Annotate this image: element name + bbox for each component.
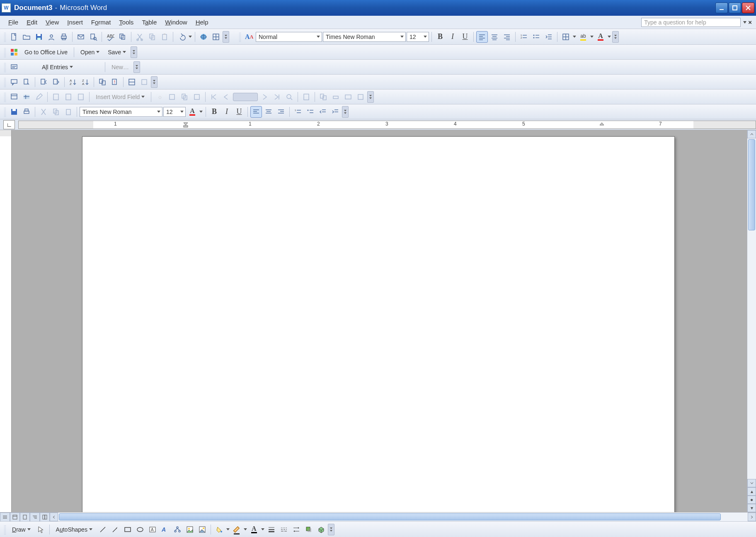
- fill-color-dropdown[interactable]: [226, 524, 230, 535]
- toolbar-grip-icon[interactable]: [3, 77, 6, 87]
- next-page-button[interactable]: ▾: [747, 504, 756, 512]
- diagram-button[interactable]: [172, 524, 183, 535]
- menu-edit[interactable]: Edit: [22, 18, 41, 27]
- toolbar-grip-icon[interactable]: [3, 92, 6, 102]
- view-merged-button[interactable]: 《》: [154, 91, 165, 103]
- reviewing-pane-button[interactable]: [126, 76, 138, 88]
- merge-to-fax-button[interactable]: [355, 91, 366, 103]
- oval-tool-button[interactable]: [134, 524, 146, 535]
- sort-descending-button[interactable]: ZA: [80, 76, 91, 88]
- hscroll-left-button[interactable]: [50, 513, 58, 521]
- close-icon[interactable]: ×: [748, 19, 752, 26]
- hscroll-right-button[interactable]: [748, 513, 756, 521]
- font-color-button-3[interactable]: A: [248, 524, 260, 535]
- cut-button-2[interactable]: [38, 106, 49, 118]
- highlight-fields-button[interactable]: [166, 91, 178, 103]
- bold-button[interactable]: B: [434, 31, 446, 43]
- bullet-list-button[interactable]: [531, 31, 542, 43]
- autotext-icon[interactable]: [8, 61, 20, 73]
- textbox-tool-button[interactable]: A: [147, 524, 158, 535]
- line-tool-button[interactable]: [97, 524, 109, 535]
- line-color-button[interactable]: [231, 524, 242, 535]
- font-color-dropdown[interactable]: [607, 31, 611, 43]
- bullet-list-button-2[interactable]: [305, 106, 316, 118]
- first-record-button[interactable]: [208, 91, 220, 103]
- toolbar-grip-icon[interactable]: [3, 62, 6, 72]
- font-size-combo-2[interactable]: 12: [163, 107, 186, 117]
- hyperlink-button[interactable]: [198, 31, 209, 43]
- address-block-button[interactable]: [50, 91, 62, 103]
- copy-button[interactable]: [146, 31, 158, 43]
- vertical-scrollbar[interactable]: ▴ ● ▾: [747, 130, 756, 512]
- toolbar-overflow-7[interactable]: [342, 106, 349, 118]
- toolbar-overflow-8[interactable]: [328, 524, 334, 535]
- hscroll-track[interactable]: [58, 513, 748, 521]
- toolbar-grip-icon[interactable]: [3, 525, 6, 535]
- print-button-2[interactable]: [21, 106, 32, 118]
- help-search-input[interactable]: Type a question for help: [641, 18, 741, 27]
- scroll-down-button[interactable]: [747, 479, 756, 487]
- vscroll-thumb[interactable]: [748, 139, 755, 230]
- reading-layout-view-button[interactable]: [40, 513, 50, 521]
- right-indent-marker-icon[interactable]: [599, 122, 605, 128]
- toolbar-overflow-2[interactable]: [612, 31, 619, 43]
- edit-recipients-button[interactable]: [33, 91, 45, 103]
- draw-menu-button[interactable]: Draw: [8, 524, 34, 535]
- borders-button[interactable]: [560, 31, 572, 43]
- toolbar-grip-icon[interactable]: [3, 32, 6, 42]
- line-style-button[interactable]: [266, 524, 277, 535]
- toolbar-grip-icon[interactable]: [238, 32, 241, 42]
- dash-style-button[interactable]: [278, 524, 290, 535]
- align-center-button[interactable]: [489, 31, 500, 43]
- goto-office-live-button[interactable]: Go to Office Live: [21, 47, 71, 58]
- web-layout-view-button[interactable]: [10, 513, 20, 521]
- reject-change-button[interactable]: !: [109, 76, 121, 88]
- toolbar-overflow-5[interactable]: [151, 76, 158, 88]
- print-button[interactable]: [58, 31, 70, 43]
- toolbar-grip-icon[interactable]: [3, 47, 6, 57]
- align-left-button[interactable]: [476, 31, 488, 43]
- find-entry-button[interactable]: [284, 91, 295, 103]
- toolbar-overflow-1[interactable]: [223, 31, 229, 43]
- sort-ascending-button[interactable]: AZ: [67, 76, 79, 88]
- borders-dropdown[interactable]: [572, 31, 577, 43]
- italic-button[interactable]: I: [447, 31, 458, 43]
- previous-record-button[interactable]: [220, 91, 232, 103]
- menu-table[interactable]: Table: [138, 18, 161, 27]
- recipients-button[interactable]: [21, 91, 32, 103]
- toolbar-grip-icon[interactable]: [3, 107, 6, 117]
- copy-button-2[interactable]: [50, 106, 62, 118]
- hscroll-thumb[interactable]: [59, 513, 721, 520]
- paste-button-2[interactable]: [63, 106, 74, 118]
- decrease-indent-button-2[interactable]: [317, 106, 329, 118]
- next-record-button[interactable]: [259, 91, 270, 103]
- fill-color-button[interactable]: [213, 524, 225, 535]
- tab-selector-button[interactable]: ∟: [3, 120, 15, 129]
- menu-window[interactable]: Window: [161, 18, 191, 27]
- increase-indent-button-2[interactable]: [330, 106, 341, 118]
- document-canvas[interactable]: [12, 130, 747, 512]
- select-browse-object-button[interactable]: ●: [747, 496, 756, 504]
- research-button[interactable]: [117, 31, 128, 43]
- insert-comment-button[interactable]: [8, 76, 20, 88]
- office-live-icon[interactable]: [8, 46, 20, 58]
- font-combo[interactable]: Times New Roman: [323, 32, 406, 42]
- paste-button[interactable]: [159, 31, 170, 43]
- align-left-button-2[interactable]: [250, 106, 262, 118]
- vertical-ruler[interactable]: [0, 130, 12, 512]
- line-color-dropdown[interactable]: [243, 524, 247, 535]
- new-document-button[interactable]: [8, 31, 20, 43]
- font-color-dropdown-2[interactable]: [199, 106, 203, 118]
- underline-button[interactable]: U: [459, 31, 471, 43]
- styles-pane-button[interactable]: AA: [243, 31, 255, 43]
- rectangle-tool-button[interactable]: [122, 524, 133, 535]
- menu-insert[interactable]: Insert: [63, 18, 87, 27]
- office-live-open-button[interactable]: Open: [77, 47, 103, 58]
- print-layout-view-button[interactable]: [20, 513, 30, 521]
- previous-change-button[interactable]: [38, 76, 49, 88]
- undo-button[interactable]: [176, 31, 187, 43]
- outline-view-button[interactable]: [30, 513, 40, 521]
- select-objects-button[interactable]: [35, 524, 47, 535]
- propagate-labels-button[interactable]: [191, 91, 203, 103]
- bold-button-2[interactable]: B: [208, 106, 220, 118]
